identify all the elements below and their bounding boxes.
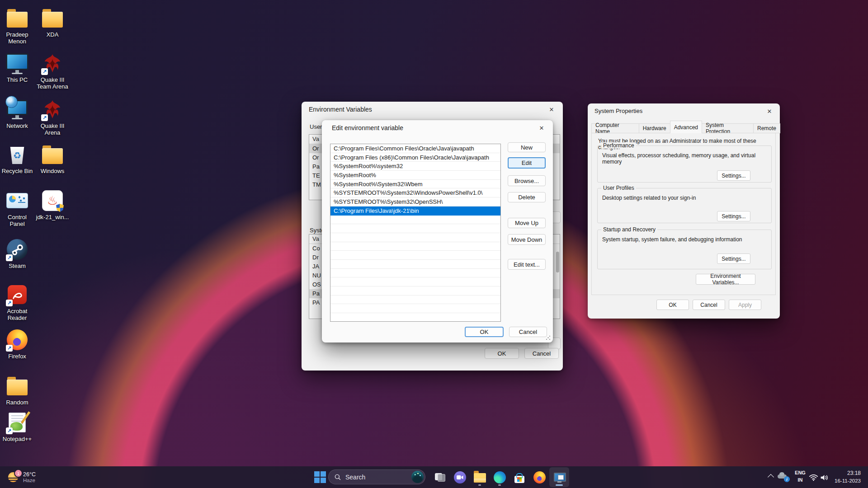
apply-button[interactable]: Apply: [729, 300, 761, 310]
hidden-icons-chevron-icon[interactable]: [768, 474, 774, 480]
path-list-item[interactable]: C:\Program Files\Java\jdk-21\bin: [330, 206, 500, 216]
scrollbar[interactable]: [556, 252, 559, 272]
desktop-icon-firefox[interactable]: ↗Firefox: [0, 329, 34, 360]
desktop-icon-random[interactable]: Random: [0, 375, 34, 406]
weather-widget[interactable]: 1 26°C Haze: [5, 469, 38, 486]
window-title: System Properties: [594, 108, 642, 114]
path-list-empty-row[interactable]: [330, 296, 500, 305]
path-list-empty-row[interactable]: [330, 277, 500, 286]
shortcut-arrow-icon: ↗: [6, 345, 13, 352]
language-line1: ENG: [792, 469, 808, 477]
folder-icon: [42, 12, 63, 28]
language-indicator[interactable]: ENG IN: [792, 469, 808, 484]
tab-system-protection[interactable]: System Protection: [702, 123, 754, 133]
desktop-icon-quake-iii-arena[interactable]: ↗Quake III Arena: [35, 99, 70, 136]
path-list-empty-row[interactable]: [330, 313, 500, 322]
clock[interactable]: 23:18 16-11-2023: [829, 469, 861, 484]
shortcut-arrow-icon: ↗: [41, 68, 48, 75]
wifi-icon[interactable]: [808, 474, 818, 482]
cancel-button[interactable]: Cancel: [693, 300, 725, 310]
taskbar-item-task-view[interactable]: [430, 467, 450, 487]
tab-hardware[interactable]: Hardware: [639, 123, 670, 133]
close-icon[interactable]: ✕: [547, 105, 557, 114]
group-performance: PerformanceVisual effects, processor sch…: [597, 145, 772, 183]
path-list-empty-row[interactable]: [330, 286, 500, 296]
ok-button[interactable]: OK: [465, 327, 504, 337]
path-list-empty-row[interactable]: [330, 233, 500, 242]
tab-remote[interactable]: Remote: [753, 123, 780, 133]
desktop-icon-label: Quake III Arena: [35, 122, 70, 136]
desktop-icon-label: Pradeep Menon: [0, 31, 34, 45]
user-profiles-settings-button[interactable]: Settings...: [717, 211, 750, 221]
path-list-item[interactable]: C:\Program Files\Common Files\Oracle\Jav…: [330, 144, 500, 153]
path-list-item[interactable]: %SystemRoot%: [330, 171, 500, 180]
desktop-icon-notepad[interactable]: ↗Notepad++: [0, 412, 34, 442]
desktop-icon-quake-iii-team-arena[interactable]: ↗Quake III Team Arena: [35, 52, 70, 90]
monitor-icon: [7, 100, 28, 115]
move-down-button[interactable]: Move Down: [508, 234, 546, 245]
performance-settings-button[interactable]: Settings...: [717, 170, 750, 181]
desktop-icon-network[interactable]: Network: [0, 99, 34, 129]
move-up-button[interactable]: Move Up: [508, 218, 546, 228]
path-list-empty-row[interactable]: [330, 224, 500, 233]
desktop-icon-label: Acrobat Reader: [0, 308, 34, 321]
startup-and-recovery-settings-button[interactable]: Settings...: [717, 253, 750, 264]
desktop-icon-grid: Pradeep MenonXDAThis PC↗Quake III Team A…: [0, 0, 81, 452]
search-highlight-thumbnail[interactable]: [411, 471, 424, 483]
delete-button[interactable]: Delete: [508, 192, 546, 202]
desktop-icon-jdk-21-win[interactable]: ♨jdk-21_win...: [35, 190, 70, 221]
haze-weather-icon: 1: [7, 471, 19, 483]
tray-info-icon[interactable]: i: [778, 472, 790, 482]
path-list-empty-row[interactable]: [330, 304, 500, 313]
close-icon[interactable]: ✕: [537, 123, 547, 132]
ok-button[interactable]: OK: [485, 348, 519, 359]
close-icon[interactable]: ✕: [764, 107, 774, 116]
desktop-icon-acrobat-reader[interactable]: ↗Acrobat Reader: [0, 284, 34, 321]
path-list-empty-row[interactable]: [330, 216, 500, 225]
desktop-icon-label: Random: [6, 399, 28, 406]
path-list-empty-row[interactable]: [330, 260, 500, 269]
new-button[interactable]: New: [508, 142, 546, 152]
desktop-icon-pradeep-menon[interactable]: Pradeep Menon: [0, 7, 34, 45]
cancel-button[interactable]: Cancel: [509, 327, 547, 337]
path-list-empty-row[interactable]: [330, 269, 500, 278]
tab-computer-name[interactable]: Computer Name: [591, 123, 639, 133]
edit-button[interactable]: Edit: [508, 157, 546, 169]
resize-grip-icon[interactable]: [546, 335, 551, 340]
taskbar-item-start[interactable]: [310, 467, 330, 487]
group-label: Startup and Recovery: [601, 226, 657, 233]
environment-variables-button[interactable]: Environment Variables...: [696, 274, 755, 285]
desktop-icon-windows[interactable]: Windows: [35, 144, 70, 174]
path-list-item[interactable]: C:\Program Files (x86)\Common Files\Orac…: [330, 153, 500, 162]
desktop-icon-steam[interactable]: ↗Steam: [0, 239, 34, 269]
browse-button[interactable]: Browse...: [508, 175, 546, 186]
desktop-icon-control-panel[interactable]: Control Panel: [0, 190, 34, 227]
edit-text-button[interactable]: Edit text...: [508, 259, 546, 270]
folder-icon: [7, 380, 28, 395]
taskbar-item-file-explorer[interactable]: [470, 467, 490, 487]
taskbar-item-system-properties[interactable]: [549, 467, 569, 487]
shortcut-arrow-icon: ↗: [6, 254, 13, 261]
path-list-item[interactable]: %SystemRoot%\system32: [330, 162, 500, 171]
desktop-icon-recycle-bin[interactable]: ♻Recycle Bin: [0, 144, 34, 174]
path-list-item[interactable]: %SYSTEMROOT%\System32\WindowsPowerShell\…: [330, 188, 500, 197]
tab-advanced[interactable]: Advanced: [670, 121, 702, 133]
monitor-icon: [6, 53, 28, 70]
taskbar-item-firefox[interactable]: [529, 467, 549, 487]
path-list-empty-row[interactable]: [330, 251, 500, 260]
taskbar-item-chat[interactable]: [450, 467, 470, 487]
volume-icon[interactable]: [819, 474, 829, 482]
cancel-button[interactable]: Cancel: [524, 348, 559, 359]
desktop-icon-this-pc[interactable]: This PC: [0, 52, 34, 83]
taskbar-item-microsoft-store[interactable]: [509, 467, 529, 487]
ok-button[interactable]: OK: [656, 300, 689, 310]
group-startup-and-recovery: Startup and RecoverySystem startup, syst…: [597, 230, 772, 269]
search-box[interactable]: Search: [328, 469, 425, 484]
taskbar: 1 26°C Haze Search i ENG IN 23:18 16-11-…: [0, 466, 868, 488]
desktop-icon-xda[interactable]: XDA: [35, 7, 70, 38]
path-list[interactable]: C:\Program Files\Common Files\Oracle\Jav…: [330, 144, 501, 322]
taskbar-item-edge[interactable]: [490, 467, 509, 487]
path-list-item[interactable]: %SystemRoot%\System32\Wbem: [330, 180, 500, 189]
path-list-item[interactable]: %SYSTEMROOT%\System32\OpenSSH\: [330, 197, 500, 206]
path-list-empty-row[interactable]: [330, 242, 500, 251]
